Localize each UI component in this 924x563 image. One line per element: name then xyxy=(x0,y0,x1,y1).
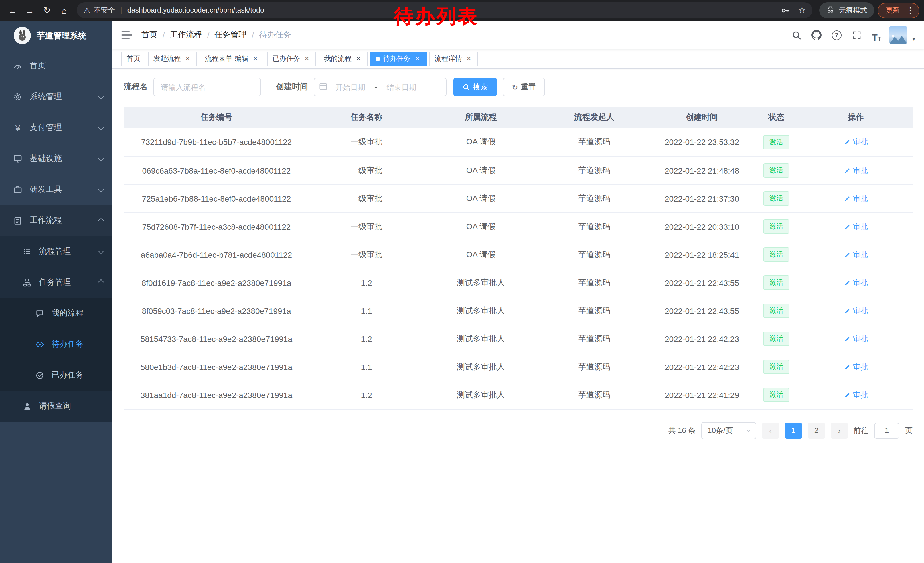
sidebar-item-payment-mgmt[interactable]: ¥ 支付管理 xyxy=(0,112,112,143)
tab-done-tasks[interactable]: 已办任务 × xyxy=(267,51,316,66)
chevron-down-icon xyxy=(98,248,104,254)
sidebar-item-process-mgmt[interactable]: 流程管理 xyxy=(0,236,112,267)
prev-page-button[interactable]: ‹ xyxy=(762,422,779,438)
initiator-cell: 芋道源码 xyxy=(538,353,650,381)
approve-button[interactable]: 审批 xyxy=(844,221,868,232)
goto-page-input[interactable] xyxy=(874,422,899,438)
sidebar-item-done-tasks[interactable]: 已办任务 xyxy=(0,360,112,390)
fullscreen-icon[interactable] xyxy=(849,27,864,42)
action-cell: 审批 xyxy=(799,325,912,353)
page-size-select[interactable]: 10条/页 xyxy=(701,422,756,439)
sidebar-item-home[interactable]: 首页 xyxy=(0,50,112,81)
incognito-icon xyxy=(826,5,835,15)
sidebar-item-my-processes[interactable]: 我的流程 xyxy=(0,298,112,329)
approve-button[interactable]: 审批 xyxy=(844,193,868,204)
user-avatar[interactable] xyxy=(889,26,908,44)
process-cell: OA 请假 xyxy=(424,128,538,156)
tab-todo-tasks[interactable]: 待办任务 × xyxy=(370,51,426,66)
approve-button[interactable]: 审批 xyxy=(844,362,868,372)
browser-menu-icon[interactable]: ⋮ xyxy=(904,6,916,15)
browser-back-icon[interactable]: ← xyxy=(4,2,21,18)
question-mark-icon: ? xyxy=(831,30,841,40)
browser-update-button[interactable]: 更新 ⋮ xyxy=(878,3,920,18)
task-name-cell: 一级审批 xyxy=(309,128,424,156)
table-row: a6aba0a4-7b6d-11ec-b781-acde48001122 一级审… xyxy=(124,240,912,269)
action-cell: 审批 xyxy=(799,213,912,240)
reset-button-label: 重置 xyxy=(521,82,536,92)
tab-home[interactable]: 首页 xyxy=(122,51,146,66)
tab-initiate-process[interactable]: 发起流程 × xyxy=(148,51,197,66)
sidebar-item-workflow[interactable]: 工作流程 xyxy=(0,205,112,236)
font-size-icon[interactable]: TT xyxy=(869,27,884,42)
created-time-cell: 2022-01-21 22:41:29 xyxy=(650,381,753,409)
breadcrumb-workflow[interactable]: 工作流程 xyxy=(170,30,202,40)
browser-reload-icon[interactable]: ↻ xyxy=(39,2,55,18)
column-task-name: 任务名称 xyxy=(309,107,424,128)
sidebar-item-task-mgmt[interactable]: 任务管理 xyxy=(0,267,112,298)
date-range-picker[interactable]: - xyxy=(314,78,447,96)
status-badge: 激活 xyxy=(763,191,789,206)
toolbox-icon xyxy=(13,185,23,194)
tab-process-form-edit[interactable]: 流程表单-编辑 × xyxy=(200,51,264,66)
close-icon[interactable]: × xyxy=(303,55,311,63)
process-name-input[interactable] xyxy=(153,78,261,96)
approve-button[interactable]: 审批 xyxy=(844,165,868,176)
close-icon[interactable]: × xyxy=(354,55,362,63)
close-icon[interactable]: × xyxy=(413,55,422,63)
breadcrumb-home[interactable]: 首页 xyxy=(141,30,158,40)
task-id-cell: 069c6a63-7b8a-11ec-8ef0-acde48001122 xyxy=(124,156,309,185)
search-icon[interactable] xyxy=(789,27,804,42)
close-icon[interactable]: × xyxy=(465,55,473,63)
initiator-cell: 芋道源码 xyxy=(538,156,650,185)
start-date-input[interactable] xyxy=(328,82,372,92)
app-logo-row[interactable]: 芋道管理系统 xyxy=(0,21,112,50)
browser-forward-icon[interactable]: → xyxy=(22,2,38,18)
tab-my-processes[interactable]: 我的流程 × xyxy=(319,51,368,66)
close-icon[interactable]: × xyxy=(251,55,260,63)
initiator-cell: 芋道源码 xyxy=(538,325,650,353)
password-key-icon[interactable] xyxy=(778,3,792,17)
navbar-actions: ? TT ▼ xyxy=(789,26,916,44)
close-icon[interactable]: × xyxy=(184,55,192,63)
status-cell: 激活 xyxy=(753,353,799,381)
caret-down-icon[interactable]: ▼ xyxy=(911,37,916,42)
approve-button[interactable]: 审批 xyxy=(844,278,868,288)
column-process: 所属流程 xyxy=(424,107,538,128)
approve-button[interactable]: 审批 xyxy=(844,333,868,344)
sidebar-item-todo-tasks[interactable]: 待办任务 xyxy=(0,329,112,360)
browser-home-icon[interactable]: ⌂ xyxy=(56,2,72,18)
sidebar-item-system-mgmt[interactable]: 系统管理 xyxy=(0,81,112,112)
sidebar-item-infrastructure[interactable]: 基础设施 xyxy=(0,143,112,174)
approve-button[interactable]: 审批 xyxy=(844,390,868,400)
reset-button[interactable]: ↻ 重置 xyxy=(502,78,545,96)
end-date-input[interactable] xyxy=(380,82,423,92)
page-1-button[interactable]: 1 xyxy=(785,422,802,438)
page-2-button[interactable]: 2 xyxy=(808,422,825,438)
action-cell: 审批 xyxy=(799,185,912,213)
approve-button[interactable]: 审批 xyxy=(844,249,868,260)
action-cell: 审批 xyxy=(799,381,912,409)
bookmark-star-icon[interactable]: ☆ xyxy=(795,3,809,17)
action-cell: 审批 xyxy=(799,156,912,185)
sidebar-collapse-button[interactable] xyxy=(122,30,132,39)
task-name-cell: 一级审批 xyxy=(309,185,424,213)
breadcrumb-task-mgmt[interactable]: 任务管理 xyxy=(214,30,247,40)
search-button[interactable]: 搜索 xyxy=(453,78,497,96)
sidebar-item-dev-tools[interactable]: 研发工具 xyxy=(0,174,112,205)
next-page-button[interactable]: › xyxy=(831,422,848,438)
approve-button[interactable]: 审批 xyxy=(844,137,868,147)
process-cell: 测试多审批人 xyxy=(424,353,538,381)
tab-label: 我的流程 xyxy=(324,54,351,63)
sidebar-item-label: 我的流程 xyxy=(51,308,84,318)
sidebar-item-leave-query[interactable]: 请假查询 xyxy=(0,390,112,422)
edit-pen-icon xyxy=(844,195,851,202)
tab-process-detail[interactable]: 流程详情 × xyxy=(429,51,478,66)
tabs-bar: 首页 发起流程 × 流程表单-编辑 × 已办任务 × xyxy=(112,49,924,69)
chevron-up-icon xyxy=(98,217,104,223)
approve-button[interactable]: 审批 xyxy=(844,306,868,316)
sidebar-item-label: 待办任务 xyxy=(51,339,84,349)
github-icon[interactable] xyxy=(809,27,824,42)
refresh-icon: ↻ xyxy=(512,83,518,91)
app-logo xyxy=(14,27,31,44)
help-icon[interactable]: ? xyxy=(829,27,844,42)
